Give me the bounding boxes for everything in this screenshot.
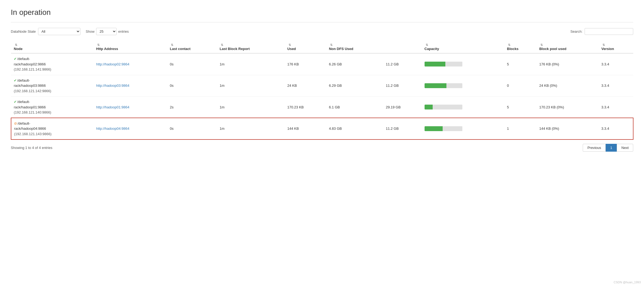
col-blocks: ⇅ Blocks [504, 41, 537, 53]
cell-version: 3.3.4 [599, 97, 633, 118]
cell-block-pool: 176 KB (0%) [537, 53, 599, 75]
table-row: ✔/default-rack/hadoop03:9866(192.168.121… [11, 75, 633, 97]
col-blocks-sort[interactable]: ⇅ [508, 43, 510, 47]
cell-non-dfs: 4.83 GB [326, 118, 383, 139]
cell-http: http://hadoop02:9864 [93, 53, 167, 75]
datanode-state-label: DataNode State [11, 29, 36, 34]
cell-http: http://hadoop03:9864 [93, 75, 167, 97]
datanode-state-select[interactable]: All Live Dead Decommissioning [38, 28, 80, 35]
cell-block-pool: 170.23 KB (0%) [537, 97, 599, 118]
col-block-pool: ⇅ Block pool used [537, 41, 599, 53]
cell-version: 3.3.4 [599, 75, 633, 97]
http-link[interactable]: http://hadoop02:9864 [96, 62, 129, 66]
col-http-sort[interactable]: ⇅ [97, 43, 100, 47]
page-title: In operation [11, 8, 633, 17]
live-icon: ✔ [14, 100, 17, 104]
cell-http: http://hadoop01:9864 [93, 97, 167, 118]
show-select[interactable]: 10 25 50 100 [96, 28, 117, 35]
col-used: ⇅ Used [285, 41, 326, 53]
cell-last-contact: 0s [167, 118, 217, 139]
cell-used: 176 KB [285, 53, 326, 75]
col-capacity: ⇅ Capacity [422, 41, 504, 53]
cell-non-dfs: 6.1 GB [326, 97, 383, 118]
http-link[interactable]: http://hadoop01:9864 [96, 105, 129, 109]
divider [11, 22, 633, 22]
controls-bar: DataNode State All Live Dead Decommissio… [11, 28, 633, 35]
live-icon: ✔ [14, 78, 17, 82]
col-last-block: ⇅ Last Block Report [217, 41, 285, 53]
cell-blocks: 1 [504, 118, 537, 139]
http-link[interactable]: http://hadoop03:9864 [96, 84, 129, 88]
controls-left: DataNode State All Live Dead Decommissio… [11, 28, 129, 35]
cell-blocks: 5 [504, 97, 537, 118]
col-version-sort[interactable]: ⇅ [602, 43, 605, 47]
cell-capacity-num: 11.2 GB [383, 75, 422, 97]
cell-blocks: 0 [504, 75, 537, 97]
capacity-bar-wrap [425, 126, 462, 131]
cell-capacity-bar [422, 118, 504, 139]
capacity-bar-fill [425, 83, 446, 88]
cell-block-pool: 144 KB (0%) [537, 118, 599, 139]
datanode-state-group: DataNode State All Live Dead Decommissio… [11, 28, 80, 35]
cell-used: 170.23 KB [285, 97, 326, 118]
cell-version: 3.3.4 [599, 118, 633, 139]
table-row: ⊘/default-rack/hadoop04:9866(192.168.121… [11, 118, 633, 139]
col-capacity-num [383, 41, 422, 53]
next-button[interactable]: Next [617, 144, 633, 152]
col-contact-sort[interactable]: ⇅ [171, 43, 173, 47]
cell-non-dfs: 6.29 GB [326, 75, 383, 97]
cell-non-dfs: 6.26 GB [326, 53, 383, 75]
cell-node: ⊘/default-rack/hadoop04:9866(192.168.121… [11, 118, 93, 139]
pagination-buttons: Previous 1 Next [583, 144, 633, 152]
cell-node: ✔/default-rack/hadoop01:9866(192.168.121… [11, 97, 93, 118]
table-row: ✔/default-rack/hadoop02:9866(192.168.121… [11, 53, 633, 75]
cell-capacity-bar [422, 97, 504, 118]
capacity-bar-fill [425, 62, 445, 66]
col-version: ⇅ Version [599, 41, 633, 53]
col-node: ⇅ Node [11, 41, 93, 53]
search-input[interactable] [585, 28, 633, 35]
col-block-sort[interactable]: ⇅ [221, 43, 223, 47]
capacity-bar-wrap [425, 105, 462, 109]
cell-block-pool: 24 KB (0%) [537, 75, 599, 97]
cell-last-block: 1m [217, 75, 285, 97]
show-entries-group: Show 10 25 50 100 entries [86, 28, 129, 35]
http-link[interactable]: http://hadoop04:9864 [96, 127, 129, 131]
cell-last-block: 1m [217, 118, 285, 139]
cell-blocks: 5 [504, 53, 537, 75]
pagination-area: Showing 1 to 4 of 4 entries Previous 1 N… [11, 144, 633, 152]
col-http: ⇅ Http Address [93, 41, 167, 53]
cell-last-contact: 2s [167, 97, 217, 118]
col-last-contact: ⇅ Last contact [167, 41, 217, 53]
cell-last-block: 1m [217, 97, 285, 118]
cell-last-block: 1m [217, 53, 285, 75]
col-non-dfs: ⇅ Non DFS Used [326, 41, 383, 53]
cell-last-contact: 0s [167, 75, 217, 97]
cell-node: ✔/default-rack/hadoop02:9866(192.168.121… [11, 53, 93, 75]
show-label: Show [86, 29, 95, 34]
capacity-bar-wrap [425, 83, 462, 88]
col-capacity-sort[interactable]: ⇅ [426, 43, 428, 47]
col-nondfs-sort[interactable]: ⇅ [330, 43, 333, 47]
col-used-sort[interactable]: ⇅ [289, 43, 291, 47]
datanode-table: ⇅ Node ⇅ Http Address ⇅ Last contact ⇅ L… [11, 41, 633, 139]
cell-last-contact: 0s [167, 53, 217, 75]
capacity-bar-fill [425, 105, 433, 109]
showing-text: Showing 1 to 4 of 4 entries [11, 146, 52, 150]
cell-used: 24 KB [285, 75, 326, 97]
col-node-sort[interactable]: ⇅ [15, 43, 17, 47]
previous-button[interactable]: Previous [583, 144, 606, 152]
entries-label: entries [118, 29, 129, 34]
decom-icon: ⊘ [14, 121, 17, 125]
table-row: ✔/default-rack/hadoop01:9866(192.168.121… [11, 97, 633, 118]
page-1-button[interactable]: 1 [606, 144, 617, 152]
cell-capacity-num: 11.2 GB [383, 53, 422, 75]
cell-capacity-bar [422, 75, 504, 97]
col-pool-sort[interactable]: ⇅ [540, 43, 543, 47]
search-label: Search: [570, 29, 582, 34]
cell-capacity-num: 11.2 GB [383, 118, 422, 139]
capacity-bar-wrap [425, 62, 462, 66]
table-header-row: ⇅ Node ⇅ Http Address ⇅ Last contact ⇅ L… [11, 41, 633, 53]
cell-version: 3.3.4 [599, 53, 633, 75]
cell-capacity-num: 29.19 GB [383, 97, 422, 118]
